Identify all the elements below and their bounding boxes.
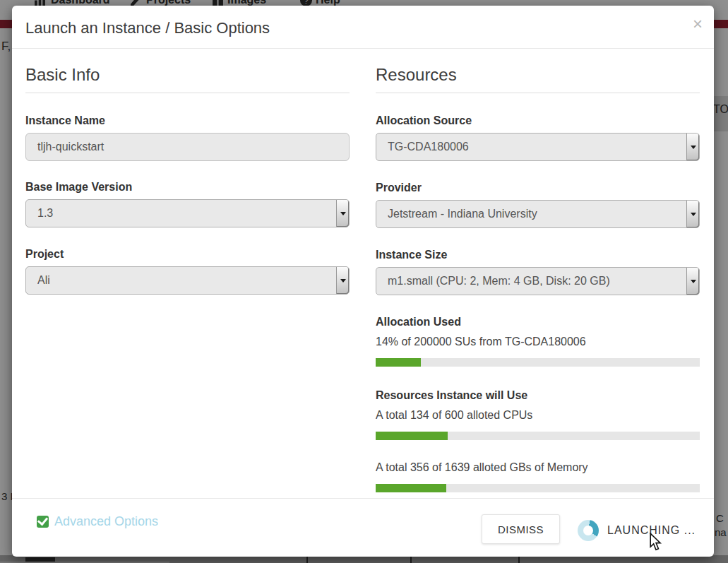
- chevron-down-icon: [340, 279, 346, 283]
- checkbox-checked-icon: [37, 516, 49, 528]
- cpu-usage-text: A total 134 of 600 alloted CPUs: [376, 409, 700, 422]
- memory-usage-progress-fill: [376, 484, 446, 492]
- allocation-used-label: Allocation Used: [376, 316, 700, 328]
- close-icon[interactable]: ×: [693, 16, 703, 32]
- modal-footer: Advanced Options DISMISS LAUNCHING ...: [12, 498, 714, 557]
- instance-size-select[interactable]: m1.small (CPU: 2, Mem: 4 GB, Disk: 20 GB…: [376, 267, 700, 295]
- instance-size-label: Instance Size: [376, 249, 700, 261]
- chevron-down-icon: [691, 280, 696, 283]
- memory-usage-text: A total 356 of 1639 alloted GBs of Memor…: [376, 461, 700, 474]
- allocation-source-select[interactable]: TG-CDA180006: [376, 133, 700, 161]
- memory-usage-progressbar: [376, 484, 700, 492]
- launching-button[interactable]: LAUNCHING ...: [578, 520, 696, 541]
- project-value: Ali: [37, 274, 50, 287]
- dismiss-button[interactable]: DISMISS: [482, 514, 560, 544]
- base-image-version-value: 1.3: [37, 207, 53, 220]
- chevron-down-icon: [691, 213, 696, 216]
- advanced-options-label: Advanced Options: [54, 514, 158, 529]
- chevron-down-icon: [691, 146, 696, 149]
- instance-name-label: Instance Name: [25, 114, 350, 127]
- allocation-used-progressbar: [376, 358, 700, 367]
- base-image-version-select[interactable]: 1.3: [25, 199, 350, 227]
- spinner-icon: [578, 520, 599, 541]
- resources-heading: Resources: [376, 65, 700, 93]
- modal-title: Launch an Instance / Basic Options: [25, 19, 270, 37]
- provider-label: Provider: [376, 182, 700, 194]
- header-divider: [12, 48, 714, 49]
- advanced-options-link[interactable]: Advanced Options: [37, 514, 158, 529]
- instance-size-value: m1.small (CPU: 2, Mem: 4 GB, Disk: 20 GB…: [388, 275, 610, 288]
- provider-value: Jetstream - Indiana University: [388, 208, 537, 220]
- instance-name-input[interactable]: [25, 133, 350, 161]
- chevron-down-icon: [340, 212, 346, 215]
- launch-instance-modal: Launch an Instance / Basic Options × Bas…: [12, 6, 714, 557]
- provider-select[interactable]: Jetstream - Indiana University: [376, 200, 700, 228]
- cpu-usage-progressbar: [376, 432, 700, 440]
- resources-section: Resources Allocation Source TG-CDA180006…: [376, 65, 700, 515]
- allocation-used-text: 14% of 200000 SUs from TG-CDA180006: [376, 336, 700, 348]
- allocation-source-value: TG-CDA180006: [388, 141, 469, 153]
- instance-usage-label: Resources Instance will Use: [376, 389, 700, 402]
- basic-info-section: Basic Info Instance Name Base Image Vers…: [25, 65, 350, 315]
- cpu-usage-progress-fill: [376, 432, 448, 440]
- base-image-version-label: Base Image Version: [25, 181, 350, 194]
- project-select[interactable]: Ali: [25, 266, 350, 295]
- allocation-used-progress-fill: [376, 358, 421, 367]
- allocation-source-label: Allocation Source: [376, 114, 700, 127]
- mouse-cursor: [647, 533, 664, 551]
- basic-info-heading: Basic Info: [25, 65, 350, 93]
- project-label: Project: [25, 248, 350, 261]
